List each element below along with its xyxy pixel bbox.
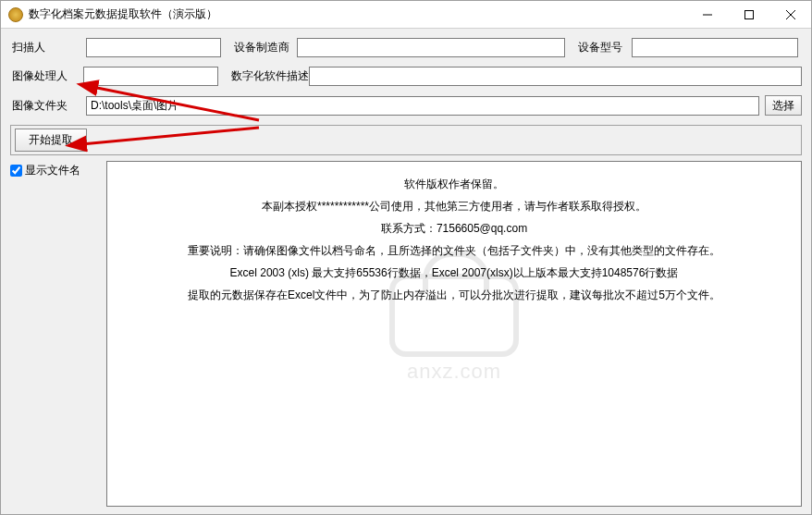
scanner-input[interactable]	[86, 38, 221, 57]
titlebar: 数字化档案元数据提取软件（演示版）	[1, 1, 811, 29]
show-filename-checkbox-wrap[interactable]: 显示文件名	[10, 163, 99, 178]
svg-rect-1	[744, 10, 753, 18]
bottom-row: 显示文件名 anxz.com 软件版权作者保留。 本副本授权**********…	[10, 161, 802, 507]
show-filename-label: 显示文件名	[25, 163, 80, 178]
folder-input[interactable]	[86, 96, 759, 116]
app-icon	[8, 7, 23, 22]
manufacturer-input[interactable]	[297, 38, 565, 57]
row-folder: 图像文件夹 选择	[10, 95, 802, 116]
folder-label: 图像文件夹	[10, 98, 86, 114]
toolbar: 开始提取	[10, 125, 802, 155]
info-line: 提取的元数据保存在Excel文件中，为了防止内存溢出，可以分批次进行提取，建议每…	[117, 284, 792, 306]
maximize-button[interactable]	[728, 1, 769, 28]
info-line: Excel 2003 (xls) 最大支持65536行数据，Excel 2007…	[117, 262, 792, 284]
show-filename-checkbox[interactable]	[10, 165, 22, 177]
row-processor: 图像处理人 数字化软件描述	[10, 67, 802, 86]
scanner-label: 扫描人	[10, 40, 86, 55]
model-label: 设备型号	[576, 40, 632, 55]
software-desc-label: 数字化软件描述	[229, 68, 309, 84]
app-window: 数字化档案元数据提取软件（演示版） 扫描人 设备制造商 设备型号 图像处理人	[0, 0, 812, 515]
processor-label: 图像处理人	[10, 68, 83, 84]
manufacturer-label: 设备制造商	[232, 40, 297, 55]
info-panel: anxz.com 软件版权作者保留。 本副本授权************公司使用…	[106, 161, 802, 507]
maximize-icon	[744, 10, 754, 19]
row-scanner: 扫描人 设备制造商 设备型号	[10, 38, 802, 57]
info-line: 软件版权作者保留。	[117, 173, 792, 195]
window-controls	[686, 1, 811, 28]
close-button[interactable]	[769, 1, 811, 28]
processor-input[interactable]	[83, 67, 218, 86]
minimize-icon	[703, 10, 712, 19]
content-area: 扫描人 设备制造商 设备型号 图像处理人 数字化软件描述 图像文件夹 选择 开始…	[1, 29, 811, 514]
window-title: 数字化档案元数据提取软件（演示版）	[29, 6, 686, 22]
extract-button[interactable]: 开始提取	[15, 129, 87, 152]
info-line: 本副本授权************公司使用，其他第三方使用者，请与作者联系取得授…	[117, 195, 792, 217]
options-column: 显示文件名	[10, 161, 99, 507]
info-line: 重要说明：请确保图像文件以档号命名，且所选择的文件夹（包括子文件夹）中，没有其他…	[117, 239, 792, 262]
minimize-button[interactable]	[686, 1, 728, 28]
software-desc-input[interactable]	[309, 67, 802, 86]
info-line: 联系方式：7156605@qq.com	[117, 217, 792, 239]
model-input[interactable]	[632, 38, 798, 57]
close-icon	[786, 10, 795, 19]
choose-button[interactable]: 选择	[765, 95, 802, 116]
